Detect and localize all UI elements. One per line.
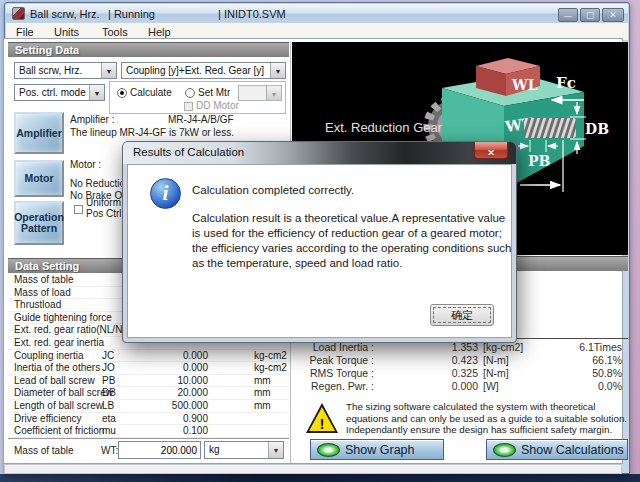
amplifier-value: MR-J4-A/B/GF: [168, 114, 234, 125]
show-calculations-button[interactable]: Show Calculations: [486, 439, 628, 460]
set-mtr-radio[interactable]: [185, 88, 195, 98]
minimize-icon[interactable]: [558, 8, 578, 22]
calculate-radio[interactable]: [117, 88, 127, 98]
eye-icon: [317, 443, 340, 457]
window-file: | INIDT0.SVM: [218, 8, 286, 20]
info-icon: [150, 178, 181, 209]
titlebar[interactable]: Ball scrw, Hrz. | Running | INIDT0.SVM: [6, 4, 628, 23]
desktop-bottom-strip: [0, 474, 640, 482]
dialog-title: Results of Calculation: [133, 146, 244, 158]
result-row: Peak Torque :0.423[N-m]66.1%: [292, 354, 628, 367]
table-row[interactable]: Diameter of ball screwDB20.000mm: [8, 387, 289, 400]
motor-button-label: Motor: [24, 173, 53, 184]
window-title: Ball scrw, Hrz.: [30, 8, 100, 20]
result-row: RMS Torque :0.325[N-m]50.8%: [292, 367, 628, 380]
window-status: | Running: [108, 8, 155, 20]
motor-info-line1: No Reductio: [70, 178, 125, 189]
warning-line: Independantly ensure the design has suff…: [346, 424, 628, 436]
db-label: DB: [585, 121, 609, 137]
set-mtr-radio-label[interactable]: Set Mtr: [198, 87, 230, 98]
desktop: Ball scrw, Hrz. | Running | INIDT0.SVM F…: [0, 0, 640, 482]
chevron-down-icon[interactable]: [101, 63, 116, 78]
operation-pattern-label2: Pattern: [21, 223, 57, 234]
warning-text: The sizing software calculated the syste…: [346, 401, 628, 436]
results-summary: Load Inertia :1.353[kg-cm2]6.1Times Peak…: [292, 341, 628, 393]
calculate-radio-label[interactable]: Calculate: [130, 87, 172, 98]
dialog-message-secondary: Calculation result is a theoretical valu…: [192, 211, 512, 271]
coupling-dropdown[interactable]: Coupling [y]+Ext. Red. Gear [y]: [121, 62, 286, 79]
pattern-option-checkbox[interactable]: [74, 205, 83, 214]
show-graph-button[interactable]: Show Graph: [310, 439, 444, 460]
close-icon[interactable]: [602, 8, 624, 22]
menu-units[interactable]: Units: [54, 26, 79, 38]
mechanism-dropdown-value: Ball scrw, Hrz.: [19, 65, 82, 76]
mass-of-table-input[interactable]: [118, 441, 201, 459]
footer-row-label: Mass of table: [14, 445, 73, 456]
menu-file[interactable]: File: [16, 26, 34, 38]
show-graph-label: Show Graph: [345, 443, 414, 457]
amplifier-note: The lineup MR-J4-GF is 7kW or less.: [70, 127, 234, 138]
table-row[interactable]: Drive efficiencyeta0.900: [8, 413, 289, 426]
setting-data-header: Setting Data: [8, 42, 289, 57]
dialog-message-primary: Calculation completed correctly.: [192, 184, 354, 196]
table-row[interactable]: Coupling inertiaJC0.000kg-cm2: [8, 350, 289, 363]
dd-motor-checkbox[interactable]: [184, 102, 193, 111]
eye-icon: [493, 443, 516, 457]
dialog-close-icon[interactable]: [474, 142, 508, 159]
app-icon: [12, 7, 25, 20]
menu-tools[interactable]: Tools: [102, 26, 128, 38]
amplifier-button-label: Amplifier: [16, 128, 62, 139]
table-row[interactable]: Lead of ball screwPB10.000mm: [8, 375, 289, 388]
motor-label: Motor :: [70, 159, 101, 170]
divider: [8, 438, 289, 440]
table-row[interactable]: Inertia of the othersJO0.000kg-cm2: [8, 362, 289, 375]
ball-screw: [524, 118, 576, 138]
ok-button[interactable]: 确定: [430, 304, 494, 326]
load-label: WL: [511, 77, 538, 93]
status-bar: [4, 464, 622, 474]
chevron-down-icon[interactable]: [268, 442, 283, 458]
amplifier-label: Amplifier :: [70, 114, 114, 125]
chevron-down-icon: [266, 86, 281, 100]
show-calculations-label: Show Calculations: [521, 443, 624, 457]
unit-dropdown[interactable]: kg: [204, 441, 284, 459]
maximize-icon[interactable]: [580, 8, 600, 22]
menu-help[interactable]: Help: [148, 26, 171, 38]
chevron-down-icon[interactable]: [89, 85, 104, 100]
ext-gear-label: Ext. Reduction Gear: [325, 120, 443, 135]
table-row[interactable]: Length of ball screwLB500.000mm: [8, 400, 289, 413]
mechanism-dropdown[interactable]: Ball scrw, Hrz.: [14, 62, 117, 79]
dd-motor-checkbox-label: DD Motor: [196, 100, 239, 111]
footer-row-symbol: WT:: [101, 445, 118, 456]
motor-select-dropdown[interactable]: [238, 85, 282, 101]
unit-dropdown-value: kg: [209, 444, 220, 455]
control-mode-dropdown[interactable]: Pos. ctrl. mode: [14, 84, 105, 101]
pb-label: PB: [528, 153, 551, 169]
warning-line: The sizing software calculated the syste…: [346, 401, 628, 413]
motor-button[interactable]: Motor: [14, 160, 64, 197]
control-mode-dropdown-value: Pos. ctrl. mode: [19, 87, 86, 98]
warning-line: equations and can only be used as a guid…: [346, 413, 628, 425]
amplifier-button[interactable]: Amplifier: [14, 112, 64, 154]
table-row[interactable]: Coefficient of frictionmu0.100: [8, 425, 289, 438]
operation-pattern-button[interactable]: Operation Pattern: [14, 201, 64, 245]
result-row: Regen. Pwr. :0.000[W]0.0%: [292, 380, 628, 393]
fc-label: Fc: [556, 74, 576, 92]
chevron-down-icon[interactable]: [270, 63, 285, 78]
coupling-dropdown-value: Coupling [y]+Ext. Red. Gear [y]: [126, 65, 264, 76]
